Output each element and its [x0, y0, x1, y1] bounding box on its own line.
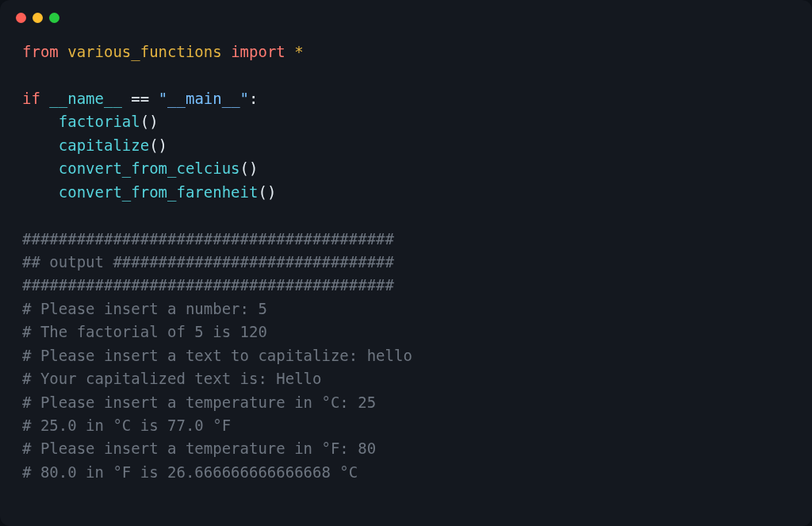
minimize-icon[interactable]	[33, 13, 43, 23]
call-convert-celcius: convert_from_celcius	[59, 159, 240, 177]
star-import: *	[294, 43, 303, 60]
output-line: # Please insert a number: 5	[22, 300, 267, 317]
output-line: # 80.0 in °F is 26.666666666666668 °C	[22, 463, 358, 481]
output-line: # Your capitalized text is: Hello	[22, 370, 322, 387]
output-line: # Please insert a text to capitalize: he…	[22, 347, 412, 364]
output-line: # Please insert a temperature in °C: 25	[22, 394, 376, 411]
call-convert-farenheit: convert_from_farenheit	[59, 183, 259, 201]
parens: ()	[240, 159, 259, 177]
output-title: ## output ##############################…	[22, 253, 394, 271]
call-capitalize: capitalize	[59, 136, 149, 154]
output-divider: ########################################…	[22, 230, 394, 248]
parens: ()	[149, 136, 167, 154]
code-editor[interactable]: from various_functions import * if __nam…	[0, 29, 812, 495]
colon: :	[249, 90, 258, 107]
parens: ()	[258, 183, 276, 201]
keyword-if: if	[22, 90, 40, 107]
call-factorial: factorial	[59, 113, 140, 130]
keyword-from: from	[22, 43, 59, 60]
code-window: from various_functions import * if __nam…	[0, 0, 812, 526]
output-line: # The factorial of 5 is 120	[22, 323, 267, 340]
equals-op: ==	[122, 90, 159, 107]
output-line: # 25.0 in °C is 77.0 °F	[22, 417, 231, 434]
keyword-import: import	[231, 43, 285, 60]
close-icon[interactable]	[16, 13, 26, 23]
output-divider: ########################################…	[22, 276, 394, 294]
string-main: "__main__"	[159, 90, 249, 107]
dunder-name: __name__	[49, 90, 122, 107]
module-name: various_functions	[67, 43, 221, 60]
maximize-icon[interactable]	[49, 13, 59, 23]
output-line: # Please insert a temperature in °F: 80	[22, 440, 376, 457]
parens: ()	[140, 113, 159, 130]
titlebar	[0, 0, 812, 29]
